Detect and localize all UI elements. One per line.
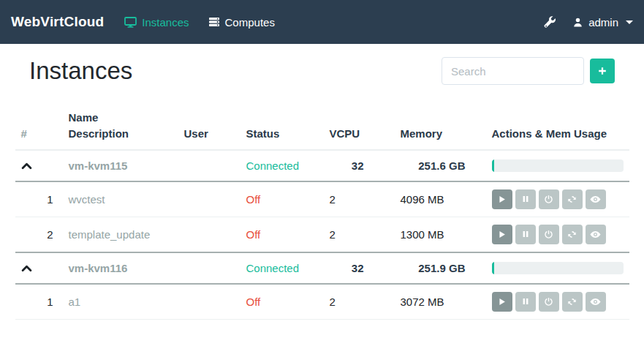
instance-name-link[interactable]: wvctest: [69, 193, 105, 206]
instance-status: Off: [246, 228, 261, 241]
compute-vcpu-cell: 32: [324, 252, 395, 284]
user-icon: [572, 17, 583, 28]
instance-num-cell: 2: [15, 217, 63, 252]
power-icon: [544, 230, 553, 239]
instance-user-cell: [178, 217, 240, 252]
compute-usage-cell: [486, 150, 629, 181]
header-tools: [442, 57, 615, 85]
instance-actions: [492, 225, 624, 244]
compute-row: vm-kvm116Connected32251.9 GB: [15, 252, 629, 284]
instance-name-cell: template_update: [63, 217, 178, 252]
instance-memory-cell: 4096 MB: [395, 181, 486, 217]
instance-vcpu-cell: 2: [324, 284, 395, 320]
instance-user-cell: [178, 181, 240, 217]
instance-name-cell: a1: [63, 284, 178, 320]
instance-user-cell: [178, 284, 240, 320]
instance-status-cell: Off: [240, 217, 324, 252]
refresh-button: [562, 292, 583, 312]
instance-name-link[interactable]: template_update: [69, 228, 151, 241]
compute-status: Connected: [246, 159, 300, 172]
instance-status-cell: Off: [240, 284, 324, 320]
user-menu[interactable]: admin: [572, 16, 633, 29]
compute-name-cell: vm-kvm115: [63, 150, 178, 181]
instance-vcpu-cell: 2: [324, 181, 395, 217]
col-header-actions: Actions & Mem Usage: [486, 104, 629, 150]
instance-status: Off: [246, 296, 261, 308]
collapse-toggle[interactable]: [21, 162, 32, 170]
refresh-icon: [567, 297, 577, 307]
col-header-user: User: [178, 104, 240, 150]
compute-group: vm-kvm116Connected32251.9 GB1a1Off23072 …: [15, 252, 629, 320]
instances-table: # Name Description User Status VCPU Memo…: [15, 104, 629, 320]
compute-name-link[interactable]: vm-kvm116: [69, 262, 128, 274]
user-name: admin: [588, 16, 618, 29]
pause-icon: [521, 195, 530, 203]
refresh-icon: [567, 195, 577, 204]
navbar: WebVirtCloud Instances Computes admin: [0, 0, 644, 44]
eye-button: [586, 225, 606, 244]
instance-num-cell: 1: [15, 284, 63, 320]
instance-num-cell: 1: [15, 181, 63, 217]
play-button[interactable]: [492, 189, 512, 209]
brand-link[interactable]: WebVirtCloud: [11, 14, 104, 30]
caret-down-icon: [626, 20, 633, 24]
add-instance-button[interactable]: [590, 59, 615, 83]
refresh-button: [562, 189, 583, 209]
mem-usage-bar: [492, 159, 624, 172]
page-title: Instances: [29, 57, 132, 85]
compute-status-cell: Connected: [240, 252, 324, 284]
instance-memory-cell: 3072 MB: [395, 284, 486, 320]
play-button[interactable]: [492, 292, 512, 312]
chevron-up-icon: [21, 162, 32, 170]
eye-icon: [590, 298, 601, 306]
main-nav: Instances Computes: [124, 16, 275, 29]
instance-row: 1wvctestOff24096 MB: [15, 181, 629, 217]
mem-usage-fill: [492, 262, 495, 274]
instance-memory-cell: 1300 MB: [395, 217, 486, 252]
instance-actions-cell: [486, 284, 629, 320]
search-input[interactable]: [442, 57, 584, 85]
compute-user-cell: [178, 150, 240, 181]
collapse-toggle[interactable]: [21, 264, 32, 272]
instance-actions: [492, 189, 624, 209]
chevron-up-icon: [21, 264, 32, 272]
col-header-num: #: [15, 104, 63, 150]
compute-name-link[interactable]: vm-kvm115: [69, 159, 128, 172]
col-header-memory: Memory: [395, 104, 486, 150]
nav-item-instances[interactable]: Instances: [124, 16, 189, 29]
instance-row: 1a1Off23072 MB: [15, 284, 629, 320]
server-icon: [208, 17, 220, 27]
compute-row: vm-kvm115Connected32251.6 GB: [15, 150, 629, 181]
play-icon: [497, 195, 507, 204]
instance-vcpu-cell: 2: [324, 217, 395, 252]
navbar-right: admin: [544, 16, 633, 29]
col-header-name: Name Description: [63, 104, 178, 150]
compute-name-cell: vm-kvm116: [63, 252, 178, 284]
pause-button: [515, 189, 536, 209]
eye-button: [586, 292, 606, 312]
compute-vcpu-cell: 32: [324, 150, 395, 181]
instance-name-cell: wvctest: [63, 181, 178, 217]
compute-status-cell: Connected: [240, 150, 324, 181]
compute-collapse-cell: [15, 150, 63, 181]
compute-usage-cell: [486, 252, 629, 284]
mem-usage-bar: [492, 262, 624, 274]
settings-wrench-button[interactable]: [544, 16, 556, 29]
play-icon: [497, 297, 507, 307]
compute-group: vm-kvm115Connected32251.6 GB1wvctestOff2…: [15, 150, 629, 252]
compute-collapse-cell: [15, 252, 63, 284]
instance-name-link[interactable]: a1: [69, 296, 81, 308]
nav-label: Computes: [225, 16, 275, 29]
plus-icon: [597, 66, 607, 76]
pause-icon: [521, 230, 530, 238]
play-button[interactable]: [492, 225, 512, 244]
instance-actions-cell: [486, 217, 629, 252]
power-icon: [544, 297, 553, 307]
pause-button: [515, 292, 536, 312]
main-content: Instances # Name Description User S: [0, 44, 644, 320]
monitor-icon: [124, 17, 137, 28]
instance-status-cell: Off: [240, 181, 324, 217]
eye-icon: [590, 230, 601, 238]
nav-item-computes[interactable]: Computes: [208, 16, 275, 29]
eye-icon: [590, 195, 601, 203]
